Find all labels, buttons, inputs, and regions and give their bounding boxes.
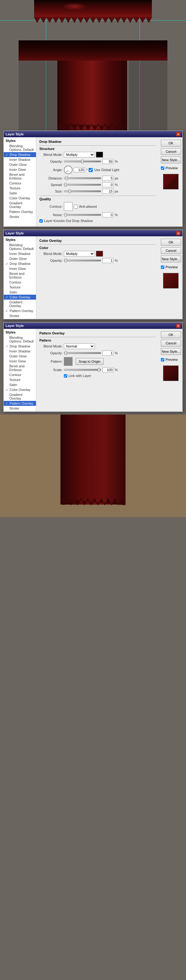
dialog3-snap-button[interactable]: Snap to Origin [76, 358, 104, 365]
dialog1-contour-preview[interactable] [64, 202, 73, 211]
d2-style-bevel[interactable]: Bevel and Emboss [4, 271, 36, 280]
style-item-pattern-overlay[interactable]: Pattern Overlay [4, 209, 36, 214]
dialog1-size-thumb[interactable] [68, 189, 71, 193]
dialog3-scale-thumb[interactable] [98, 368, 100, 372]
dialog1-size-input[interactable] [102, 189, 113, 194]
style-item-stroke[interactable]: Stroke [4, 214, 36, 219]
dialog2-opacity-thumb[interactable] [65, 259, 67, 262]
dialog3-scale-input[interactable] [102, 368, 113, 372]
dialog3-blend-select[interactable]: Normal Multiply [64, 344, 95, 349]
dialog1-spread-thumb[interactable] [64, 183, 67, 187]
dialog3-cancel-button[interactable]: Cancel [161, 340, 181, 347]
dialog2-preview-check[interactable] [161, 266, 164, 269]
d2-style-color-overlay[interactable]: Color Overlay [4, 295, 36, 300]
d3-style-bevel[interactable]: Bevel and Emboss [4, 364, 36, 372]
dialog3-preview-check[interactable] [161, 358, 164, 361]
d3-style-gradient[interactable]: Gradient Overlay [4, 392, 36, 401]
dialog1-distance-input[interactable] [102, 176, 113, 181]
d3-style-stroke[interactable]: Stroke [4, 406, 36, 411]
d2-style-gradient[interactable]: Gradient Overlay [4, 300, 36, 309]
style-item-contour[interactable]: Contour [4, 181, 36, 186]
style-item-inner-glow[interactable]: Inner Glow [4, 167, 36, 172]
dialog1-size-slider[interactable] [64, 190, 101, 192]
dialog1-opacity-label: Opacity: [39, 160, 63, 163]
style-item-satin[interactable]: Satin [4, 191, 36, 196]
dialog1-spread-slider[interactable] [64, 184, 101, 186]
dialog3-opacity-row: Opacity: % [39, 351, 156, 356]
d2-style-inner-glow[interactable]: Inner Glow [4, 266, 36, 271]
dialog1-noise-slider[interactable] [64, 214, 101, 216]
dialog3-opacity-slider[interactable] [64, 352, 101, 354]
dialog3-opacity-thumb[interactable] [65, 351, 67, 355]
style-item-blending[interactable]: Blending Options: Default [4, 143, 36, 152]
d2-style-drop-shadow[interactable]: Drop Shadow [4, 261, 36, 266]
dialog1-close-button[interactable]: ✕ [176, 132, 180, 136]
d2-style-stroke[interactable]: Stroke [4, 313, 36, 318]
dialog1-spread-input[interactable] [102, 182, 113, 187]
d3-style-color-overlay[interactable]: Color Overlay [4, 387, 36, 392]
dialog3-opacity-input[interactable] [102, 351, 113, 356]
dialog2-ok-button[interactable]: OK [161, 239, 181, 246]
d2-style-blending[interactable]: Blending Options: Default [4, 242, 36, 251]
d3-style-pattern-overlay[interactable]: Pattern Overlay [4, 401, 36, 406]
dialog1-distance-thumb[interactable] [65, 177, 68, 180]
style-item-outer-glow[interactable]: Outer Glow [4, 162, 36, 167]
style-item-drop-shadow[interactable]: Drop Shadow [4, 152, 36, 157]
style-item-color-overlay[interactable]: Color Overlay [4, 196, 36, 200]
dialog1-angle-dial[interactable] [64, 165, 73, 174]
dialog1-opacity-slider[interactable] [64, 161, 101, 162]
style-item-gradient-overlay[interactable]: Gradient Overlay [4, 200, 36, 209]
d3-style-inner-glow[interactable]: Inner Glow [4, 359, 36, 364]
canvas-bottom [0, 415, 186, 517]
dialog3-new-style-button[interactable]: New Style... [161, 348, 181, 355]
dialog3-scale-slider[interactable] [64, 369, 101, 371]
dialog2-opacity-input[interactable] [102, 258, 113, 263]
dialog1-antialias-check[interactable] [74, 205, 78, 209]
d3-style-inner-shadow[interactable]: Inner Shadow [4, 349, 36, 354]
d3-style-texture[interactable]: Texture [4, 377, 36, 382]
d3-style-contour[interactable]: Contour [4, 372, 36, 377]
d2-style-pattern[interactable]: Pattern Overlay [4, 309, 36, 313]
d2-style-contour[interactable]: Contour [4, 280, 36, 285]
dialog2-opacity-slider[interactable] [64, 259, 101, 261]
dialog1-new-style-button[interactable]: New Style... [161, 156, 181, 163]
dialog1-cancel-button[interactable]: Cancel [161, 148, 181, 155]
dialog3-link-check[interactable] [64, 374, 67, 378]
d2-style-texture[interactable]: Texture [4, 285, 36, 290]
dialog1-opacity-input[interactable] [102, 159, 113, 164]
d3-style-drop-shadow[interactable]: Drop Shadow [4, 344, 36, 349]
bottom-left-bg [0, 415, 60, 504]
canvas-middle [0, 40, 186, 130]
dialog3-pattern-preview[interactable] [64, 357, 73, 366]
d3-style-satin[interactable]: Satin [4, 382, 36, 387]
style-item-bevel-emboss[interactable]: Bevel and Emboss [4, 172, 36, 181]
dialog2-new-style-button[interactable]: New Style... [161, 256, 181, 262]
dialog1-ok-button[interactable]: OK [161, 140, 181, 146]
d3-style-blending[interactable]: Blending Options: Default [4, 335, 36, 344]
style-item-inner-shadow[interactable]: Inner Shadow [4, 157, 36, 162]
bottom-zigzag [60, 498, 126, 505]
dialog2-cancel-button[interactable]: Cancel [161, 247, 181, 254]
dialog1-blend-color[interactable] [96, 152, 103, 158]
dialog2-structure-label: Color [39, 244, 156, 250]
dialog1-global-light-check[interactable] [89, 168, 93, 172]
style-item-texture[interactable]: Texture [4, 186, 36, 191]
dialog3-close-button[interactable]: ✕ [176, 324, 180, 328]
d2-style-inner-shadow[interactable]: Inner Shadow [4, 251, 36, 256]
d2-style-outer-glow[interactable]: Outer Glow [4, 256, 36, 261]
dialog1-noise-input[interactable] [102, 212, 113, 217]
dialog2-color-box[interactable] [96, 251, 103, 256]
dialog1-layer-knocks-check[interactable] [39, 219, 43, 223]
dialog2-close-button[interactable]: ✕ [176, 231, 180, 235]
dialog3-ok-button[interactable]: OK [161, 331, 181, 338]
d3-style-outer-glow[interactable]: Outer Glow [4, 354, 36, 359]
dialog1-distance-slider[interactable] [64, 177, 101, 179]
dialog2-blend-select[interactable]: Multiply Normal [64, 251, 95, 256]
dialog1-opacity-thumb[interactable] [81, 160, 84, 163]
dialog1-angle-input[interactable] [74, 167, 85, 172]
dialog1-noise-thumb[interactable] [64, 213, 67, 217]
d2-style-satin[interactable]: Satin [4, 290, 36, 295]
dialog1-preview-check[interactable] [161, 166, 164, 170]
dialog-pattern-overlay: Layer Style ✕ Styles Blending Options: D… [3, 322, 183, 412]
dialog1-blend-select[interactable]: Multiply Normal Screen [64, 152, 95, 158]
